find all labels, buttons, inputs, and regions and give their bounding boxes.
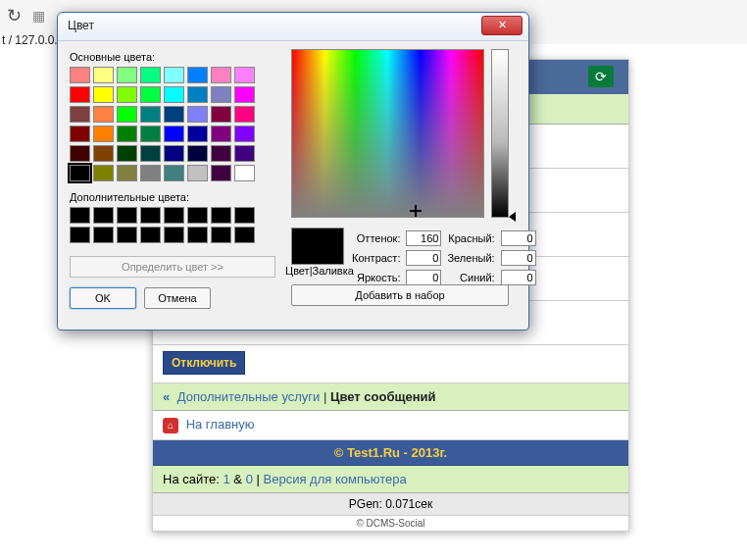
dialog-title: Цвет <box>68 19 94 32</box>
basic-color-swatch[interactable] <box>187 145 208 162</box>
hsv-rgb-fields: Оттенок: Красный: Контраст: Зеленый: Ярк… <box>348 228 540 288</box>
red-input[interactable] <box>501 230 536 246</box>
basic-color-swatch[interactable] <box>117 126 137 142</box>
crosshair-icon <box>410 205 422 217</box>
basic-color-swatch[interactable] <box>164 67 184 83</box>
disable-button[interactable]: Отключить <box>163 351 245 375</box>
basic-color-swatch[interactable] <box>211 165 231 181</box>
hue-input[interactable] <box>406 230 441 246</box>
basic-color-swatch[interactable] <box>117 145 137 162</box>
basic-color-swatch[interactable] <box>70 67 90 83</box>
basic-color-swatch[interactable] <box>164 165 184 181</box>
basic-color-swatch[interactable] <box>187 86 208 103</box>
online-count-2[interactable]: 0 <box>246 472 253 486</box>
custom-color-swatch[interactable] <box>164 207 184 224</box>
home-link[interactable]: На главную <box>186 417 255 432</box>
ok-button[interactable]: OK <box>70 287 136 309</box>
basic-color-swatch[interactable] <box>187 165 208 181</box>
custom-color-swatch[interactable] <box>140 207 161 224</box>
breadcrumb-link[interactable]: Дополнительные услуги <box>177 389 320 404</box>
basic-color-swatch[interactable] <box>164 86 184 103</box>
basic-color-swatch[interactable] <box>211 106 231 123</box>
custom-color-swatch[interactable] <box>164 227 184 243</box>
basic-color-swatch[interactable] <box>70 126 90 142</box>
dialog-titlebar[interactable]: Цвет ✕ <box>58 13 528 41</box>
blue-input[interactable] <box>501 270 536 285</box>
basic-color-swatch[interactable] <box>93 67 114 83</box>
pgen-bar: PGen: 0.071сек <box>153 493 628 516</box>
color-gradient[interactable] <box>291 49 484 218</box>
basic-color-swatch[interactable] <box>140 67 161 83</box>
basic-color-swatch[interactable] <box>140 86 161 103</box>
custom-color-swatch[interactable] <box>70 207 90 224</box>
basic-color-swatch[interactable] <box>211 86 231 103</box>
basic-color-swatch[interactable] <box>164 145 184 162</box>
basic-color-swatch[interactable] <box>187 126 208 142</box>
basic-color-swatch[interactable] <box>93 106 114 123</box>
close-button[interactable]: ✕ <box>481 16 523 35</box>
basic-color-swatch[interactable] <box>70 86 90 103</box>
basic-color-swatch[interactable] <box>187 106 208 123</box>
custom-color-swatch[interactable] <box>117 207 137 224</box>
desktop-version-link[interactable]: Версия для компьютера <box>264 472 407 486</box>
sample-label: Цвет|Заливка <box>285 265 354 277</box>
custom-colors-label: Дополнительные цвета: <box>70 191 285 203</box>
basic-color-swatch[interactable] <box>93 126 114 142</box>
custom-color-swatch[interactable] <box>117 227 137 243</box>
basic-color-swatch[interactable] <box>117 106 137 123</box>
basic-color-swatch[interactable] <box>234 86 255 103</box>
sample-swatch <box>291 228 344 265</box>
cancel-button[interactable]: Отмена <box>144 287 211 309</box>
basic-color-swatch[interactable] <box>140 165 161 181</box>
custom-color-swatch[interactable] <box>211 207 231 224</box>
basic-color-swatch[interactable] <box>140 126 161 142</box>
refresh-site-button[interactable]: ⟳ <box>588 66 614 87</box>
basic-color-swatch[interactable] <box>140 145 161 162</box>
basic-colors-label: Основные цвета: <box>70 51 285 63</box>
apps-icon[interactable]: ▦ <box>32 8 48 24</box>
basic-color-swatch[interactable] <box>164 106 184 123</box>
basic-color-swatch[interactable] <box>93 165 114 181</box>
lum-input[interactable] <box>406 270 441 285</box>
custom-color-swatch[interactable] <box>140 227 161 243</box>
basic-color-swatch[interactable] <box>187 67 208 83</box>
basic-color-swatch[interactable] <box>234 165 255 181</box>
breadcrumb-current: Цвет сообщений <box>330 389 436 404</box>
online-count-1[interactable]: 1 <box>224 472 230 486</box>
green-input[interactable] <box>501 250 536 266</box>
basic-color-swatch[interactable] <box>164 126 184 142</box>
basic-color-swatch[interactable] <box>211 126 231 142</box>
copyright-bar: © Test1.Ru - 2013г. <box>153 440 628 466</box>
custom-color-swatch[interactable] <box>211 227 231 243</box>
basic-color-swatch[interactable] <box>93 145 114 162</box>
define-color-button[interactable]: Определить цвет >> <box>70 256 275 278</box>
luminance-bar[interactable] <box>491 49 509 218</box>
custom-color-swatch[interactable] <box>93 227 114 243</box>
custom-color-swatch[interactable] <box>187 227 208 243</box>
custom-color-swatch[interactable] <box>93 207 114 224</box>
reload-icon[interactable]: ↻ <box>3 5 25 26</box>
custom-color-swatch[interactable] <box>187 207 208 224</box>
basic-color-swatch[interactable] <box>70 106 90 123</box>
basic-color-swatch[interactable] <box>211 145 231 162</box>
add-to-custom-button[interactable]: Добавить в набор <box>291 284 509 306</box>
basic-color-swatch[interactable] <box>234 126 255 142</box>
basic-color-swatch[interactable] <box>211 67 231 83</box>
basic-color-swatch[interactable] <box>234 67 255 83</box>
color-dialog: Цвет ✕ Основные цвета: Дополнительные цв… <box>57 12 529 331</box>
basic-color-swatch[interactable] <box>70 145 90 162</box>
basic-color-swatch[interactable] <box>93 86 114 103</box>
basic-color-swatch[interactable] <box>117 67 137 83</box>
basic-colors-grid <box>70 67 285 181</box>
basic-color-swatch[interactable] <box>234 145 255 162</box>
home-icon: ⌂ <box>163 418 178 433</box>
basic-color-swatch[interactable] <box>140 106 161 123</box>
sat-input[interactable] <box>406 250 441 266</box>
basic-color-swatch[interactable] <box>117 86 137 103</box>
custom-color-swatch[interactable] <box>234 227 255 243</box>
custom-color-swatch[interactable] <box>70 227 90 243</box>
basic-color-swatch[interactable] <box>70 165 90 181</box>
basic-color-swatch[interactable] <box>234 106 255 123</box>
basic-color-swatch[interactable] <box>117 165 137 181</box>
custom-color-swatch[interactable] <box>234 207 255 224</box>
